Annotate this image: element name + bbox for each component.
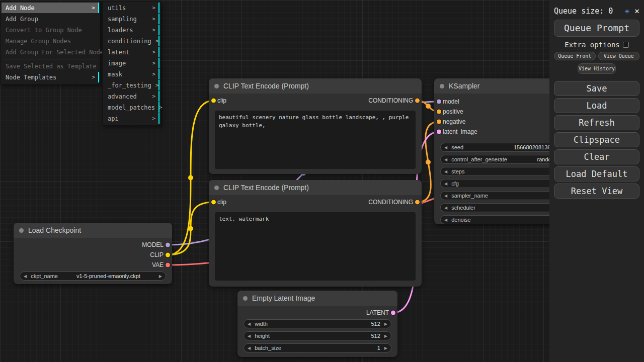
node-load-checkpoint[interactable]: Load Checkpoint MODEL CLIP VAE ◀ ckpt_na… (14, 223, 172, 284)
save-button[interactable]: Save (554, 81, 639, 96)
input-label: model (443, 98, 459, 105)
submenu-arrow-icon: > (148, 115, 155, 122)
output-port-latent[interactable] (391, 311, 395, 315)
node-title-bar[interactable]: CLIP Text Encode (Prompt) (209, 78, 422, 94)
input-port-clip[interactable] (211, 200, 216, 205)
submenu-item-advanced[interactable]: advanced > (104, 91, 159, 102)
output-port-clip[interactable] (166, 253, 170, 257)
increment-arrow-icon[interactable]: ▶ (384, 322, 387, 326)
menu-item-label: mask (108, 71, 122, 78)
widget-width[interactable]: ◀ width 512 ▶ (244, 319, 391, 328)
output-label: CONDITIONING (368, 199, 413, 206)
clipspace-button[interactable]: Clipspace (554, 132, 639, 147)
menu-item-add-group-for-selected: Add Group For Selected Nodes (2, 47, 99, 57)
widget-label: control_after_generate (451, 156, 507, 162)
output-port-conditioning[interactable] (415, 200, 420, 205)
menu-item-label: latent (108, 49, 129, 56)
decrement-arrow-icon[interactable]: ◀ (444, 218, 447, 222)
decrement-arrow-icon[interactable]: ◀ (248, 334, 251, 338)
prev-option-arrow-icon[interactable]: ◀ (24, 274, 27, 279)
submenu-arrow-icon: > (148, 27, 155, 33)
menu-item-label: Add Group For Selected Nodes (6, 49, 107, 56)
load-default-button[interactable]: Load Default (554, 166, 639, 182)
queue-size-label: Queue size: 0 (554, 7, 613, 16)
node-title-bar[interactable]: Load Checkpoint (14, 223, 172, 238)
submenu-item-conditioning[interactable]: conditioning > (104, 36, 159, 46)
view-queue-button[interactable]: View Queue (598, 52, 640, 60)
prompt-textarea[interactable]: beautiful scenery nature glass bottle la… (215, 111, 416, 169)
collapse-dot[interactable] (214, 84, 219, 88)
decrement-arrow-icon[interactable]: ◀ (444, 145, 447, 150)
decrement-arrow-icon[interactable]: ◀ (444, 194, 447, 198)
node-clip-text-encode-1[interactable]: CLIP Text Encode (Prompt) clip CONDITION… (209, 78, 422, 174)
decrement-arrow-icon[interactable]: ◀ (444, 182, 447, 186)
menu-item-label: advanced (108, 93, 137, 100)
prompt-textarea[interactable]: text, watermark (215, 212, 416, 281)
menu-item-manage-group-nodes: Manage Group Nodes (2, 36, 99, 46)
decrement-arrow-icon[interactable]: ◀ (248, 346, 251, 350)
input-port-latent-image[interactable] (437, 130, 441, 134)
decrement-arrow-icon[interactable]: ◀ (248, 322, 251, 326)
next-option-arrow-icon[interactable]: ▶ (159, 274, 162, 279)
decrement-arrow-icon[interactable]: ◀ (444, 206, 447, 210)
decrement-arrow-icon[interactable]: ◀ (444, 169, 447, 174)
load-button[interactable]: Load (554, 98, 639, 113)
input-port-negative[interactable] (437, 120, 441, 124)
increment-arrow-icon[interactable]: ▶ (384, 346, 387, 350)
widget-value: v1-5-pruned-emaonly.ckpt (61, 273, 156, 279)
menu-item-add-group[interactable]: Add Group (2, 14, 99, 24)
node-empty-latent-image[interactable]: Empty Latent Image LATENT ◀ width 512 ▶ … (237, 291, 397, 357)
menu-panel: Queue size: 0 ✳ ✕ Queue Prompt Extra opt… (549, 0, 644, 362)
submenu-item-for-testing[interactable]: _for_testing > (104, 80, 159, 90)
submenu-item-mask[interactable]: mask > (104, 69, 159, 79)
widget-height[interactable]: ◀ height 512 ▶ (244, 331, 391, 340)
submenu-arrow-icon: > (148, 16, 155, 22)
submenu-item-sampling[interactable]: sampling > (104, 14, 159, 24)
settings-gear-icon[interactable]: ✳ (625, 6, 630, 16)
clear-button[interactable]: Clear (554, 149, 639, 164)
output-port-conditioning[interactable] (415, 99, 420, 103)
menu-item-label: Add Node (6, 5, 35, 12)
view-history-button[interactable]: View History (578, 63, 616, 74)
widget-label: seed (451, 144, 463, 150)
node-title: CLIP Text Encode (Prompt) (223, 184, 309, 192)
submenu-item-api[interactable]: api > (104, 113, 159, 124)
menu-item-add-node[interactable]: Add Node > (2, 3, 99, 13)
widget-batch-size[interactable]: ◀ batch_size 1 ▶ (244, 343, 391, 352)
node-title-bar[interactable]: CLIP Text Encode (Prompt) (209, 180, 422, 195)
submenu-item-model-patches[interactable]: model_patches > (104, 102, 159, 113)
submenu-item-loaders[interactable]: loaders > (104, 25, 159, 35)
collapse-dot[interactable] (440, 84, 444, 88)
queue-prompt-button[interactable]: Queue Prompt (554, 20, 639, 37)
submenu-item-image[interactable]: image > (104, 58, 159, 68)
menu-item-label: api (108, 115, 119, 122)
menu-item-label: Add Group (6, 16, 38, 23)
collapse-dot[interactable] (214, 186, 219, 190)
menu-item-node-templates[interactable]: Node Templates > (2, 72, 99, 82)
submenu-arrow-icon: > (151, 38, 159, 44)
node-clip-text-encode-2[interactable]: CLIP Text Encode (Prompt) clip CONDITION… (209, 180, 422, 287)
input-port-model[interactable] (437, 100, 441, 104)
reset-view-button[interactable]: Reset View (554, 184, 639, 199)
collapse-dot[interactable] (243, 296, 248, 301)
submenu-arrow-icon: > (88, 74, 95, 80)
output-port-vae[interactable] (166, 263, 170, 267)
collapse-dot[interactable] (19, 228, 24, 233)
increment-arrow-icon[interactable]: ▶ (384, 334, 387, 338)
output-port-model[interactable] (166, 243, 170, 247)
widget-value: 512 (371, 321, 380, 327)
input-port-positive[interactable] (437, 110, 441, 114)
decrement-arrow-icon[interactable]: ◀ (444, 157, 447, 162)
output-label: CLIP (150, 251, 164, 258)
widget-ckpt-name[interactable]: ◀ ckpt_name v1-5-pruned-emaonly.ckpt ▶ (20, 272, 166, 281)
submenu-item-latent[interactable]: latent > (104, 47, 159, 57)
close-icon[interactable]: ✕ (634, 6, 639, 16)
widget-label: denoise (451, 217, 471, 223)
queue-front-button[interactable]: Queue Front (554, 52, 596, 60)
menu-item-convert-to-group-node: Convert to Group Node (2, 25, 99, 35)
extra-options-checkbox[interactable] (623, 42, 629, 48)
submenu-item-utils[interactable]: utils > (104, 3, 159, 13)
input-port-clip[interactable] (211, 99, 216, 103)
node-title-bar[interactable]: Empty Latent Image (237, 291, 397, 306)
refresh-button[interactable]: Refresh (554, 115, 639, 130)
